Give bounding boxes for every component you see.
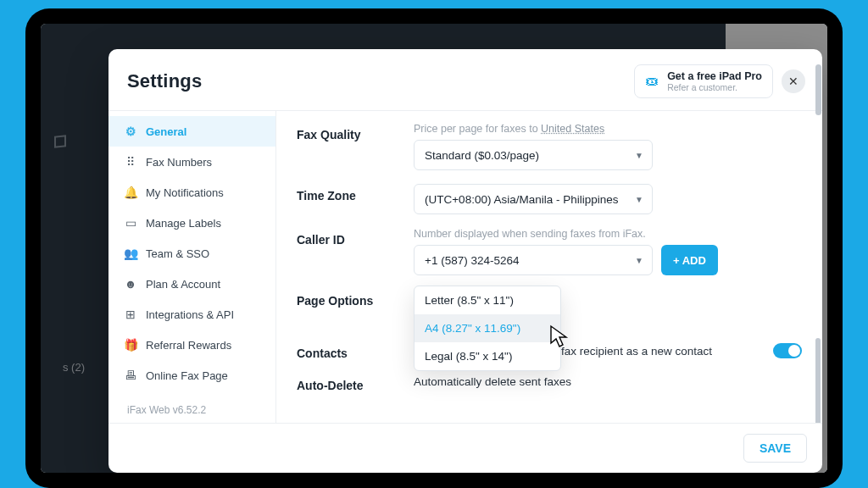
promo-title: Get a free iPad Pro	[667, 70, 762, 82]
country-link[interactable]: United States	[541, 123, 604, 135]
account-icon: ☻	[124, 277, 137, 291]
device-frame: s (2) 1 - 5 of 5 | 🗓 Any tim ime 5/17/20…	[25, 8, 843, 488]
fax-quality-hint: Price per page for faxes to United State…	[414, 123, 802, 135]
promo-sub: Refer a customer.	[667, 82, 762, 92]
sidebar-item-team[interactable]: 👥Team & SSO	[108, 238, 275, 269]
people-icon: 👥	[124, 247, 137, 260]
modal-scrollbar[interactable]	[815, 64, 821, 115]
label-icon: ▭	[124, 216, 137, 230]
sidebar-item-general[interactable]: ⚙General	[108, 116, 275, 147]
sidebar-item-integrations[interactable]: ⊞Integrations & API	[108, 299, 275, 330]
content-scrollbar[interactable]	[815, 338, 821, 423]
chevron-down-icon: ▼	[635, 195, 643, 204]
page-options-label: Page Options	[297, 289, 414, 328]
sidebar-item-labels[interactable]: ▭Manage Labels	[108, 208, 275, 238]
grid-icon: ⊞	[124, 308, 137, 321]
contacts-label: Contacts	[297, 341, 414, 360]
sidebar-item-fax-numbers[interactable]: ⠿Fax Numbers	[108, 147, 275, 177]
chevron-down-icon: ▼	[635, 256, 643, 265]
printer-icon: 🖶	[124, 369, 137, 382]
add-number-button[interactable]: + ADD	[661, 245, 718, 275]
chevron-down-icon: ▼	[635, 151, 643, 160]
modal-footer: SAVE	[108, 423, 822, 473]
timezone-label: Time Zone	[297, 184, 414, 214]
gift-icon: 🎁	[124, 338, 137, 352]
sidebar-item-label: Team & SSO	[146, 247, 209, 260]
bell-icon: 🔔	[124, 186, 137, 199]
close-button[interactable]: ✕	[782, 69, 805, 93]
screen: s (2) 1 - 5 of 5 | 🗓 Any tim ime 5/17/20…	[41, 24, 827, 473]
close-icon: ✕	[788, 75, 798, 88]
sidebar-item-online-fax[interactable]: 🖶Online Fax Page	[108, 360, 275, 391]
settings-sidebar: ⚙General ⠿Fax Numbers 🔔My Notifications …	[108, 111, 276, 423]
settings-content: Fax Quality Price per page for faxes to …	[276, 111, 822, 423]
sidebar-item-notifications[interactable]: 🔔My Notifications	[108, 177, 275, 208]
save-button[interactable]: SAVE	[743, 434, 807, 463]
fax-quality-select[interactable]: Standard ($0.03/page)▼	[414, 140, 653, 170]
dialpad-icon: ⠿	[124, 155, 137, 169]
sidebar-item-label: Online Fax Page	[146, 369, 228, 382]
autodelete-desc: Automatically delete sent faxes	[414, 375, 571, 388]
sidebar-item-referral[interactable]: 🎁Referral Rewards	[108, 330, 275, 360]
page-option-legal[interactable]: Legal (8.5" x 14")	[415, 342, 560, 370]
sidebar-item-label: My Notifications	[146, 186, 224, 199]
sidebar-item-label: Fax Numbers	[146, 156, 212, 169]
settings-modal: Settings 🎟 Get a free iPad Pro Refer a c…	[108, 49, 822, 473]
sidebar-item-plan[interactable]: ☻Plan & Account	[108, 269, 275, 299]
timezone-select[interactable]: (UTC+08:00) Asia/Manila - Philippines▼	[414, 184, 653, 214]
autodelete-label: Auto-Delete	[297, 374, 414, 392]
sidebar-item-label: Plan & Account	[146, 278, 220, 291]
modal-title: Settings	[127, 70, 202, 92]
page-options-dropdown: Letter (8.5" x 11") A4 (8.27" x 11.69") …	[414, 286, 561, 371]
app-version: iFax Web v6.52.2	[108, 396, 275, 424]
caller-id-hint: Number displayed when sending faxes from…	[414, 228, 802, 240]
caller-id-label: Caller ID	[297, 228, 414, 275]
page-option-letter[interactable]: Letter (8.5" x 11")	[415, 286, 560, 314]
sidebar-item-label: General	[146, 125, 186, 138]
promo-banner[interactable]: 🎟 Get a free iPad Pro Refer a customer.	[634, 64, 773, 98]
gear-icon: ⚙	[124, 125, 137, 138]
sidebar-item-label: Referral Rewards	[146, 339, 231, 352]
page-option-a4[interactable]: A4 (8.27" x 11.69")	[415, 314, 560, 342]
sidebar-item-label: Manage Labels	[146, 217, 221, 230]
sidebar-item-label: Integrations & API	[146, 308, 234, 321]
caller-id-select[interactable]: +1 (587) 324-5264▼	[414, 245, 653, 275]
fax-quality-label: Fax Quality	[297, 123, 414, 170]
contacts-toggle[interactable]	[773, 343, 802, 358]
gift-icon: 🎟	[645, 74, 659, 89]
modal-header: Settings 🎟 Get a free iPad Pro Refer a c…	[108, 49, 822, 111]
